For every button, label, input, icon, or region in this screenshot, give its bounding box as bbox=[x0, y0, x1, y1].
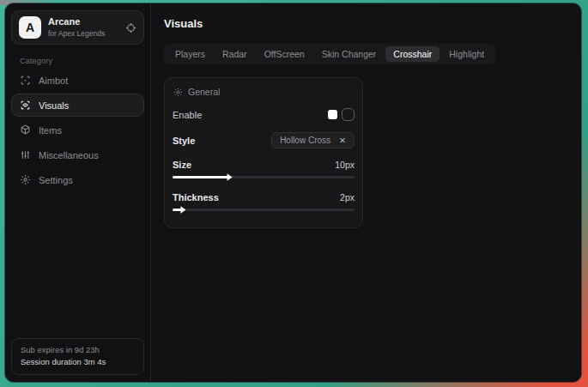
gear-icon bbox=[173, 88, 183, 97]
sliders-icon bbox=[20, 149, 31, 160]
sidebar: A Arcane for Apex Legends Category bbox=[5, 3, 151, 382]
visuals-tabbar: Players Radar OffScreen Skin Changer Cro… bbox=[164, 44, 495, 64]
sidebar-nav: Aimbot Visuals bbox=[11, 69, 144, 191]
session-duration-text: Session duration 3m 4s bbox=[21, 356, 135, 368]
tab-skin-changer[interactable]: Skin Changer bbox=[314, 46, 385, 62]
sidebar-item-visuals[interactable]: Visuals bbox=[11, 94, 144, 117]
slider-track bbox=[173, 209, 355, 211]
sidebar-item-aimbot[interactable]: Aimbot bbox=[11, 69, 144, 92]
category-label: Category bbox=[20, 57, 144, 65]
style-label: Style bbox=[173, 136, 195, 146]
app-subtitle: for Apex Legends bbox=[48, 29, 118, 39]
app-logo: A bbox=[19, 16, 41, 39]
crosshair-target-icon[interactable] bbox=[125, 22, 136, 33]
page-title: Visuals bbox=[164, 17, 567, 30]
sidebar-item-label: Settings bbox=[39, 175, 73, 185]
main-content: Visuals Players Radar OffScreen Skin Cha… bbox=[151, 3, 581, 382]
enable-row: Enable bbox=[173, 108, 355, 121]
sidebar-item-label: Visuals bbox=[39, 100, 69, 111]
sidebar-item-label: Miscellaneous bbox=[39, 150, 99, 160]
color-swatch[interactable] bbox=[328, 110, 337, 119]
panel-title: General bbox=[188, 87, 220, 97]
size-value: 10px bbox=[335, 160, 355, 170]
sidebar-item-items[interactable]: Items bbox=[11, 118, 144, 142]
style-select[interactable]: Hollow Cross ✕ bbox=[271, 132, 355, 148]
panel-header: General bbox=[173, 87, 355, 97]
x-close-icon[interactable]: ✕ bbox=[339, 136, 346, 145]
style-row: Style Hollow Cross ✕ bbox=[173, 132, 355, 148]
brand-text: Arcane for Apex Legends bbox=[48, 16, 118, 38]
style-value: Hollow Cross bbox=[280, 136, 330, 145]
enable-label: Enable bbox=[173, 110, 202, 120]
subscription-info-card: Sub expires in 9d 23h Session duration 3… bbox=[11, 338, 144, 376]
aim-brackets-icon bbox=[20, 75, 31, 86]
enable-controls bbox=[328, 108, 355, 121]
tab-crosshair[interactable]: Crosshair bbox=[385, 46, 439, 62]
tab-radar[interactable]: Radar bbox=[215, 46, 255, 62]
sidebar-item-settings[interactable]: Settings bbox=[11, 168, 144, 191]
general-panel: General Enable Style Hollow Cross ✕ Size… bbox=[164, 77, 363, 228]
slider-thumb[interactable] bbox=[223, 173, 233, 181]
thickness-slider[interactable] bbox=[173, 206, 355, 214]
thickness-label: Thickness bbox=[173, 192, 219, 203]
sidebar-item-miscellaneous[interactable]: Miscellaneous bbox=[11, 143, 144, 166]
sub-expires-text: Sub expires in 9d 23h bbox=[21, 344, 135, 356]
brand-card: A Arcane for Apex Legends bbox=[11, 10, 144, 45]
eye-scan-icon bbox=[20, 100, 31, 111]
slider-thumb[interactable] bbox=[176, 206, 185, 214]
sidebar-item-label: Items bbox=[39, 125, 62, 136]
app-title: Arcane bbox=[48, 16, 118, 28]
tab-offscreen[interactable]: OffScreen bbox=[257, 46, 312, 62]
size-label: Size bbox=[173, 160, 191, 170]
tab-highlight[interactable]: Highlight bbox=[441, 46, 492, 62]
gear-icon bbox=[20, 174, 31, 185]
tab-players[interactable]: Players bbox=[167, 46, 213, 62]
enable-checkbox[interactable] bbox=[342, 108, 355, 121]
thickness-row: Thickness 2px bbox=[173, 192, 355, 203]
size-row: Size 10px bbox=[173, 160, 355, 170]
thickness-value: 2px bbox=[340, 192, 355, 203]
sidebar-item-label: Aimbot bbox=[39, 76, 68, 86]
slider-fill bbox=[173, 176, 227, 178]
cube-icon bbox=[20, 124, 31, 136]
size-slider[interactable] bbox=[173, 173, 355, 181]
app-window: A Arcane for Apex Legends Category bbox=[5, 3, 581, 382]
